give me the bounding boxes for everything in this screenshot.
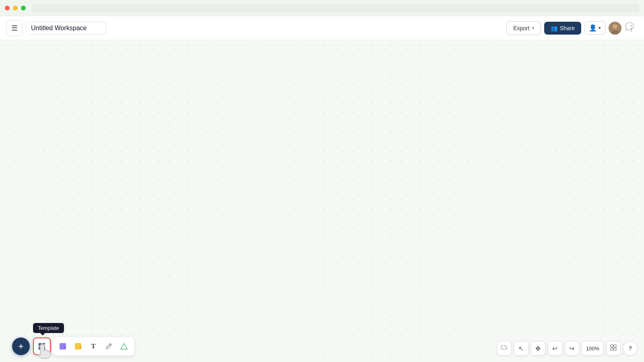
add-button[interactable]: + [12, 337, 30, 355]
svg-rect-7 [60, 343, 66, 350]
svg-line-9 [109, 344, 111, 346]
plus-icon: + [18, 341, 24, 351]
sticky-note-icon [59, 342, 67, 350]
avatar[interactable] [609, 22, 621, 35]
export-chevron-icon: ▾ [532, 26, 534, 30]
grid-icon [610, 344, 617, 352]
save-cloud-button[interactable] [497, 341, 512, 356]
undo-icon: ↩ [552, 345, 557, 352]
menu-button[interactable]: ☰ [6, 20, 23, 36]
share-users-icon: 👥 [551, 25, 557, 31]
svg-rect-13 [611, 348, 613, 350]
redo-icon: ↪ [569, 345, 574, 352]
note-icon [74, 342, 82, 350]
svg-rect-12 [614, 345, 616, 347]
export-label: Export [513, 25, 529, 31]
svg-rect-11 [611, 345, 613, 347]
collab-icon: 👤 [589, 24, 597, 32]
grid-button[interactable] [606, 341, 621, 356]
chat-icon [624, 22, 635, 35]
text-tool-button[interactable]: T [86, 339, 101, 354]
title-bar [0, 0, 644, 16]
select-arrow-icon: ↖ [518, 345, 524, 352]
tooltip-arrow [40, 333, 45, 335]
zoom-level[interactable]: 100% [582, 341, 604, 356]
svg-point-1 [613, 24, 617, 29]
workspace-title[interactable]: Untitled Workspace [26, 22, 106, 35]
title-bar-url [32, 4, 639, 12]
template-tooltip: Template [33, 323, 64, 333]
move-icon: ✥ [535, 345, 541, 352]
chat-button[interactable] [621, 20, 638, 36]
collab-chevron-icon: ▾ [599, 25, 601, 31]
cloud-icon [501, 345, 508, 352]
pen-tool-button[interactable] [101, 339, 116, 354]
help-button[interactable]: ? [623, 341, 638, 356]
svg-rect-6 [39, 347, 45, 350]
shape-icon [120, 342, 128, 350]
select-tool-button[interactable]: ↖ [514, 341, 528, 356]
note-tool-button[interactable] [71, 339, 85, 354]
share-label: Share [560, 25, 575, 31]
collaborators-button[interactable]: 👤 ▾ [584, 21, 605, 35]
text-icon: T [91, 342, 95, 350]
template-tool-button[interactable] [35, 339, 49, 354]
canvas[interactable]: Template + [0, 40, 644, 362]
svg-rect-8 [75, 343, 81, 350]
undo-button[interactable]: ↩ [548, 341, 562, 356]
shape-tool-button[interactable] [117, 339, 131, 354]
hamburger-icon: ☰ [11, 24, 18, 33]
traffic-light-green[interactable] [21, 6, 26, 10]
redo-button[interactable]: ↪ [565, 341, 579, 356]
bottom-right-toolbar: ↖ ✥ ↩ ↪ 100% ? [497, 341, 638, 356]
export-button[interactable]: Export ▾ [506, 21, 541, 35]
sticky-note-tool-button[interactable] [56, 339, 70, 354]
traffic-light-red[interactable] [5, 6, 10, 10]
svg-rect-5 [42, 345, 45, 346]
template-tooltip-container: Template [33, 323, 64, 333]
pen-icon [105, 342, 113, 350]
template-icon [38, 342, 46, 350]
share-button[interactable]: 👥 Share [544, 22, 581, 35]
pan-tool-button[interactable]: ✥ [531, 341, 545, 356]
svg-rect-4 [42, 343, 45, 344]
svg-rect-14 [614, 348, 616, 350]
help-icon: ? [629, 345, 632, 352]
template-highlight-box [33, 337, 51, 355]
bottom-toolbar-area: Template + [12, 323, 134, 356]
top-toolbar: ☰ Untitled Workspace Export ▾ 👥 Share 👤 … [0, 16, 644, 40]
bottom-tools-row: + [12, 337, 134, 356]
svg-rect-3 [39, 343, 41, 346]
traffic-light-yellow[interactable] [13, 6, 18, 10]
main-bottom-toolbar: T [52, 337, 134, 356]
